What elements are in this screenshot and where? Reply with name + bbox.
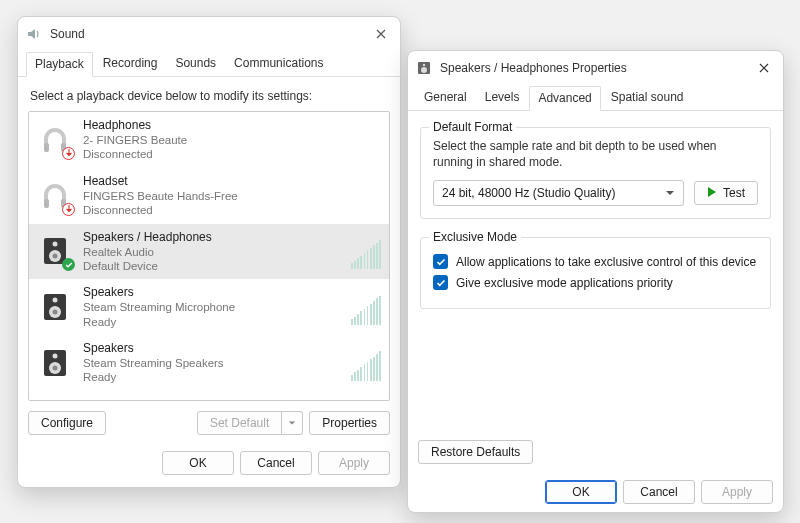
- svg-point-10: [53, 310, 58, 315]
- level-meter: [351, 289, 381, 325]
- device-texts: SpeakersSteam Streaming SpeakersReady: [83, 341, 341, 385]
- default-format-group: Default Format Select the sample rate an…: [420, 127, 771, 219]
- tab-communications[interactable]: Communications: [226, 52, 331, 77]
- exclusive-opt1-label: Allow applications to take exclusive con…: [456, 255, 756, 269]
- device-name: Speakers: [83, 285, 341, 300]
- tab-recording[interactable]: Recording: [95, 52, 166, 77]
- device-row[interactable]: SpeakersSteam Streaming MicrophoneReady: [29, 279, 389, 335]
- headphones-icon: [37, 122, 73, 158]
- device-status: Ready: [83, 370, 341, 384]
- speaker-icon: [37, 233, 73, 269]
- sample-rate-combo[interactable]: 24 bit, 48000 Hz (Studio Quality): [433, 180, 684, 206]
- props-tabs: General Levels Advanced Spatial sound: [408, 85, 783, 111]
- sound-window: Sound Playback Recording Sounds Communic…: [17, 16, 401, 488]
- device-row[interactable]: Headphones2- FINGERS BeauteDisconnected: [29, 112, 389, 168]
- sound-footer: OK Cancel Apply: [18, 445, 400, 485]
- test-button[interactable]: Test: [694, 181, 758, 205]
- set-default-button[interactable]: Set Default: [197, 411, 282, 435]
- props-footer: OK Cancel Apply: [408, 474, 783, 514]
- svg-point-11: [53, 298, 58, 303]
- device-sub: FINGERS Beaute Hands-Free: [83, 189, 381, 203]
- sound-icon: [26, 26, 42, 42]
- svg-point-17: [421, 67, 427, 73]
- close-icon[interactable]: [753, 57, 775, 79]
- ok-button[interactable]: OK: [162, 451, 234, 475]
- checkbox-checked-icon: [433, 275, 448, 290]
- cancel-button[interactable]: Cancel: [623, 480, 695, 504]
- svg-rect-2: [44, 199, 49, 208]
- tab-sounds[interactable]: Sounds: [167, 52, 224, 77]
- chevron-down-icon: [288, 419, 296, 427]
- tab-general[interactable]: General: [416, 86, 475, 111]
- properties-window: Speakers / Headphones Properties General…: [407, 50, 784, 513]
- speaker-icon: [416, 60, 432, 76]
- exclusive-opt2-label: Give exclusive mode applications priorit…: [456, 276, 673, 290]
- device-row[interactable]: SpeakersSteam Streaming SpeakersReady: [29, 335, 389, 391]
- device-sub: Steam Streaming Speakers: [83, 356, 341, 370]
- exclusive-opt2[interactable]: Give exclusive mode applications priorit…: [433, 275, 758, 290]
- svg-point-6: [53, 254, 58, 259]
- device-list: Headphones2- FINGERS BeauteDisconnectedH…: [28, 111, 390, 401]
- device-row[interactable]: HeadsetFINGERS Beaute Hands-FreeDisconne…: [29, 168, 389, 224]
- tab-advanced[interactable]: Advanced: [529, 86, 600, 111]
- cancel-button[interactable]: Cancel: [240, 451, 312, 475]
- sound-titlebar: Sound: [18, 17, 400, 51]
- device-texts: Headphones2- FINGERS BeauteDisconnected: [83, 118, 381, 162]
- device-texts: Speakers / HeadphonesRealtek AudioDefaul…: [83, 230, 341, 274]
- play-icon: [707, 187, 717, 199]
- tab-spatial-sound[interactable]: Spatial sound: [603, 86, 692, 111]
- sample-rate-value: 24 bit, 48000 Hz (Studio Quality): [442, 186, 615, 200]
- level-meter: [351, 233, 381, 269]
- apply-button[interactable]: Apply: [318, 451, 390, 475]
- sound-title: Sound: [50, 27, 370, 41]
- device-texts: SpeakersSteam Streaming MicrophoneReady: [83, 285, 341, 329]
- device-texts: HeadsetFINGERS Beaute Hands-FreeDisconne…: [83, 174, 381, 218]
- set-default-dropdown[interactable]: [282, 411, 303, 435]
- sound-tabs: Playback Recording Sounds Communications: [18, 51, 400, 77]
- exclusive-mode-legend: Exclusive Mode: [429, 230, 521, 244]
- set-default-split: Set Default: [197, 411, 303, 435]
- device-status: Default Device: [83, 259, 341, 273]
- level-meter: [351, 345, 381, 381]
- svg-rect-0: [44, 143, 49, 152]
- device-name: Speakers: [83, 341, 341, 356]
- headphones-icon: [37, 178, 73, 214]
- device-sub: Steam Streaming Microphone: [83, 300, 341, 314]
- device-status: Ready: [83, 315, 341, 329]
- svg-point-14: [53, 365, 58, 370]
- sound-body: Select a playback device below to modify…: [18, 77, 400, 445]
- device-name: Speakers / Headphones: [83, 230, 341, 245]
- exclusive-opt1[interactable]: Allow applications to take exclusive con…: [433, 254, 758, 269]
- exclusive-mode-group: Exclusive Mode Allow applications to tak…: [420, 237, 771, 309]
- device-name: Headphones: [83, 118, 381, 133]
- tab-playback[interactable]: Playback: [26, 52, 93, 77]
- props-titlebar: Speakers / Headphones Properties: [408, 51, 783, 85]
- device-name: Headset: [83, 174, 381, 189]
- tab-levels[interactable]: Levels: [477, 86, 528, 111]
- default-format-desc: Select the sample rate and bit depth to …: [433, 138, 758, 170]
- playback-hint: Select a playback device below to modify…: [30, 89, 390, 103]
- device-sub: Realtek Audio: [83, 245, 341, 259]
- checkbox-checked-icon: [433, 254, 448, 269]
- default-format-legend: Default Format: [429, 120, 516, 134]
- configure-button[interactable]: Configure: [28, 411, 106, 435]
- close-icon[interactable]: [370, 23, 392, 45]
- speaker-icon: [37, 345, 73, 381]
- test-label: Test: [723, 187, 745, 199]
- chevron-down-icon: [665, 188, 675, 198]
- device-row[interactable]: Speakers / HeadphonesRealtek AudioDefaul…: [29, 224, 389, 280]
- apply-button[interactable]: Apply: [701, 480, 773, 504]
- properties-button[interactable]: Properties: [309, 411, 390, 435]
- svg-point-7: [53, 242, 58, 247]
- props-body: Default Format Select the sample rate an…: [408, 111, 783, 474]
- device-status: Disconnected: [83, 147, 381, 161]
- device-buttons: Configure Set Default Properties: [28, 411, 390, 435]
- ok-button[interactable]: OK: [545, 480, 617, 504]
- svg-point-18: [423, 64, 425, 66]
- restore-defaults-button[interactable]: Restore Defaults: [418, 440, 533, 464]
- device-sub: 2- FINGERS Beaute: [83, 133, 381, 147]
- speaker-icon: [37, 289, 73, 325]
- svg-point-15: [53, 353, 58, 358]
- props-title: Speakers / Headphones Properties: [440, 61, 753, 75]
- device-status: Disconnected: [83, 203, 381, 217]
